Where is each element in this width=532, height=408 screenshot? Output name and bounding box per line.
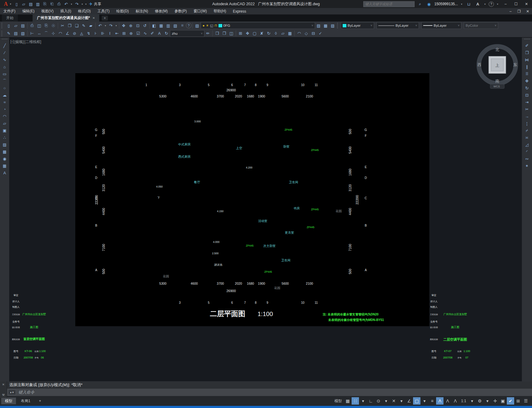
menu-view[interactable]: 视图(V) [38, 8, 57, 14]
layer-isolate-icon[interactable]: ▧ [329, 22, 336, 29]
text-style-icon[interactable]: ✎ [5, 30, 12, 37]
dim-break-icon[interactable]: ⇤ [113, 30, 120, 37]
snap-icon[interactable]: ∷ [352, 397, 359, 405]
clip-xref-icon[interactable]: ▱ [279, 30, 286, 37]
plot-icon[interactable]: ⎙ [29, 22, 36, 29]
osnap-caret-icon[interactable]: ▾ [421, 397, 428, 405]
object-snap-icon[interactable]: ▢ [413, 397, 420, 405]
help-caret-icon[interactable]: ▾ [496, 1, 499, 7]
doc-minimize-button[interactable]: – [506, 8, 515, 14]
layer-dropdown-caret-icon[interactable]: ˅ [312, 24, 313, 27]
toolbar-grip[interactable] [524, 39, 530, 41]
toolbar-grip[interactable] [2, 39, 7, 41]
undo-list-caret-icon[interactable]: ▾ [104, 22, 107, 29]
model-space-toggle[interactable]: 模型 [333, 398, 344, 404]
viewcube[interactable]: 上 北 南 东 西 WCS [478, 46, 517, 89]
menu-dimension[interactable]: 标注(N) [132, 8, 152, 14]
publish-icon[interactable]: ⎘ [43, 22, 50, 29]
blend-curves-icon[interactable]: ∾ [523, 155, 531, 162]
color-dropdown[interactable]: ByLayer ˅ [341, 22, 374, 29]
copy-icon[interactable]: ❐ [523, 49, 531, 56]
properties-palette-icon[interactable]: ◧ [151, 22, 158, 29]
offset-icon[interactable]: ∥ [523, 63, 531, 70]
construction-line-icon[interactable]: ∕ [1, 49, 9, 56]
arc-tool-icon[interactable]: ◠ [296, 30, 303, 37]
grid-icon[interactable]: ▦ [344, 397, 351, 405]
revision-cloud-icon[interactable]: ☁ [1, 92, 9, 99]
base-point-icon[interactable]: ⊞ [237, 30, 244, 37]
toolbar-grip[interactable] [2, 31, 4, 36]
toolbar-grip[interactable] [337, 23, 340, 28]
search-input[interactable] [363, 1, 415, 7]
menu-tools[interactable]: 工具(T) [94, 8, 113, 14]
rotate-icon[interactable]: ↻ [523, 85, 531, 92]
insert-block-icon[interactable]: ▱ [1, 120, 9, 127]
qat-open-icon[interactable]: ▱ [20, 1, 27, 7]
redo-icon[interactable]: ↷ [107, 22, 114, 29]
move-block-icon[interactable]: ✥ [244, 30, 251, 37]
workspace-caret-icon[interactable]: ▾ [484, 397, 491, 405]
menu-help[interactable]: 帮助(H) [210, 8, 230, 14]
web-publish-icon[interactable]: ☉ [50, 22, 57, 29]
break-at-point-icon[interactable]: ¦ [523, 120, 531, 127]
line-icon[interactable]: ╱ [1, 42, 9, 49]
dim-angular-icon[interactable]: ◬ [78, 30, 85, 37]
viewport-menu-button[interactable]: [-] [10, 39, 14, 45]
qat-plot-icon[interactable]: ⎙ [56, 1, 63, 7]
point-style-icon[interactable]: ◇ [303, 30, 310, 37]
pan-icon[interactable]: ✥ [120, 22, 127, 29]
circle-icon[interactable]: ○ [1, 85, 9, 92]
scale-icon[interactable]: ⊡ [523, 92, 531, 99]
visual-style-button[interactable]: [二维线框] [24, 39, 41, 45]
isodraft-icon[interactable]: ✕ [390, 397, 397, 405]
dim-quick-icon[interactable]: ↯ [85, 30, 92, 37]
crosshair-icon[interactable]: ✛ [491, 397, 499, 405]
user-dropdown-caret-icon[interactable]: ▾ [460, 1, 463, 7]
stretch-icon[interactable]: ⇥ [523, 99, 531, 106]
ortho-icon[interactable]: ∟ [367, 397, 374, 405]
move-icon[interactable]: ✥ [523, 77, 531, 85]
window-minimize-button[interactable]: – [501, 1, 510, 7]
share-button[interactable]: ✈ 共享 [89, 2, 101, 7]
sheet-set-manager-icon[interactable]: ▧ [172, 22, 179, 29]
rectangle-icon[interactable]: ▭ [1, 70, 9, 77]
lineweight-dropdown[interactable]: ByLayer ˅ [421, 22, 461, 29]
plot-preview-icon[interactable]: ◫ [36, 22, 43, 29]
dim-style-dropdown[interactable]: zhu ˅ [170, 30, 204, 37]
redo-list-caret-icon[interactable]: ▾ [114, 22, 118, 29]
dim-edit-icon[interactable]: ✐ [149, 30, 156, 37]
dim-continue-icon[interactable]: ⊪ [99, 30, 106, 37]
gradient-icon[interactable]: ▩ [1, 148, 9, 155]
xref-manager-icon[interactable]: ▦ [286, 30, 294, 37]
command-customize-icon[interactable]: ⚒ [1, 393, 6, 397]
command-input[interactable]: 键入命令 [18, 390, 34, 395]
layer-vp-freeze-icon[interactable]: ◱ [210, 24, 213, 28]
autodesk-app-icon[interactable]: A [474, 1, 481, 7]
help-icon[interactable]: ? [489, 2, 494, 7]
layer-previous-icon[interactable]: ▩ [322, 22, 329, 29]
xref-icon[interactable]: ◊ [272, 30, 279, 37]
zoom-window-icon[interactable]: ⊡ [134, 22, 141, 29]
ellipse-arc-icon[interactable]: ◠ [1, 113, 9, 120]
menu-window[interactable]: 窗口(W) [190, 8, 210, 14]
dim-style-manager-icon[interactable]: ▤ [12, 30, 19, 37]
quick-select-icon[interactable]: ✏ [204, 30, 211, 37]
table-icon[interactable]: ▦ [1, 162, 9, 169]
command-close-icon[interactable]: ✕ [1, 382, 6, 386]
customization-icon[interactable]: ☰ [522, 397, 530, 405]
linetype-dropdown[interactable]: ByLayer ˅ [376, 22, 419, 29]
tab-add-layout[interactable]: + [35, 398, 45, 404]
annotation-visibility-icon[interactable]: Λ [436, 397, 443, 405]
dim-aligned-icon[interactable]: ↔ [36, 30, 43, 37]
break-icon[interactable]: ⌿ [523, 127, 531, 134]
check-standards-icon[interactable]: ✓ [317, 30, 324, 37]
command-input-row[interactable]: ▸▾ 键入命令 [0, 389, 532, 396]
lineweight-display-icon[interactable]: ≡ [428, 397, 436, 405]
zoom-realtime-icon[interactable]: ⊕ [127, 22, 134, 29]
multiline-text-icon[interactable]: A [1, 169, 9, 176]
mirror-icon[interactable]: ⋈ [523, 56, 531, 63]
polyline-icon[interactable]: ∿ [1, 56, 9, 63]
qat-save-to-web-icon[interactable]: ⎗ [49, 1, 56, 7]
dim-text-edit-icon[interactable]: A [156, 30, 163, 37]
dim-style-caret-icon[interactable]: ˅ [201, 32, 203, 35]
